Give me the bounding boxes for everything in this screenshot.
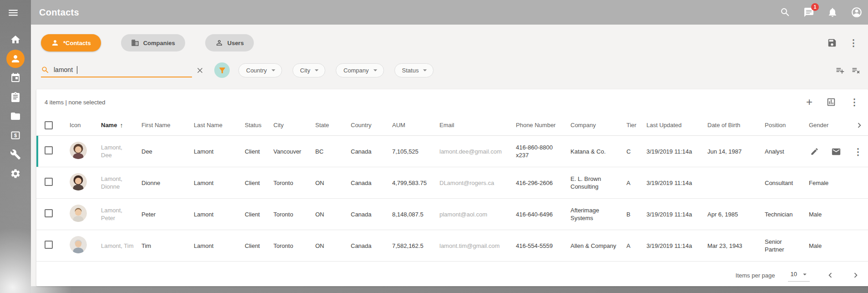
column-header-email[interactable]: Email bbox=[439, 122, 516, 129]
tab-companies[interactable]: Companies bbox=[121, 34, 185, 51]
table-row[interactable]: Lamont, Peter Peter Lamont Client Toront… bbox=[36, 199, 868, 230]
filter-funnel-icon[interactable] bbox=[214, 62, 230, 78]
chevron-down-icon bbox=[371, 66, 380, 75]
cell-last-name: Lamont bbox=[194, 211, 245, 218]
column-header-city[interactable]: City bbox=[273, 122, 315, 129]
chip-status-label: Status bbox=[402, 67, 419, 74]
tab-contacts[interactable]: *Contacts bbox=[41, 34, 101, 51]
filter-chip-status[interactable]: Status bbox=[394, 63, 434, 77]
chat-icon[interactable]: 1 bbox=[803, 6, 815, 18]
column-header-last-updated[interactable]: Last Updated bbox=[646, 122, 707, 129]
tab-users[interactable]: Users bbox=[205, 34, 254, 51]
column-header-country[interactable]: Country bbox=[351, 122, 392, 129]
cell-position: Consultant bbox=[765, 179, 809, 187]
table-row[interactable]: Lamont, Dee Dee Lamont Client Vancouver … bbox=[36, 136, 868, 167]
filter-chip-company[interactable]: Company bbox=[336, 63, 384, 77]
column-header-last-name[interactable]: Last Name bbox=[194, 122, 245, 129]
column-header-tier[interactable]: Tier bbox=[626, 122, 646, 129]
cell-tier: A bbox=[626, 179, 646, 187]
save-icon[interactable] bbox=[827, 38, 837, 48]
column-header-aum[interactable]: AUM bbox=[392, 122, 439, 129]
cell-position: Technician bbox=[765, 211, 809, 218]
sidebar-item-tasks[interactable] bbox=[0, 87, 31, 107]
scroll-columns-right-icon[interactable] bbox=[854, 120, 864, 130]
column-header-status[interactable]: Status bbox=[245, 122, 273, 129]
search-icon bbox=[41, 66, 50, 74]
search-icon[interactable] bbox=[780, 6, 792, 18]
column-header-first-name[interactable]: First Name bbox=[141, 122, 194, 129]
column-header-dob[interactable]: Date of Birth bbox=[707, 122, 765, 129]
toolbar-row: *Contacts Companies Users ⋮ bbox=[41, 34, 862, 51]
svg-text:$: $ bbox=[14, 133, 17, 138]
row-checkbox[interactable] bbox=[45, 209, 53, 217]
column-header-phone[interactable]: Phone Number bbox=[516, 122, 570, 129]
sidebar-item-billing[interactable]: $ bbox=[0, 126, 31, 145]
sidebar-item-home[interactable] bbox=[0, 30, 31, 49]
person-icon bbox=[51, 39, 59, 47]
card-actions: + ⋮ bbox=[806, 97, 859, 108]
cell-country: Canada bbox=[351, 179, 392, 187]
sidebar-item-documents[interactable] bbox=[0, 107, 31, 126]
table-row[interactable]: Lamont, Dionne Dionne Lamont Client Toro… bbox=[36, 167, 868, 199]
column-header-name[interactable]: Name ↑ bbox=[101, 122, 141, 129]
cell-email: lamont.tim@gmail.com bbox=[439, 242, 516, 250]
chart-icon[interactable] bbox=[826, 97, 836, 107]
column-header-state[interactable]: State bbox=[315, 122, 351, 129]
cell-aum: 7,105,525 bbox=[392, 148, 439, 155]
cell-city: Toronto bbox=[273, 242, 315, 250]
row-checkbox[interactable] bbox=[45, 241, 53, 249]
column-header-gender[interactable]: Gender bbox=[809, 122, 847, 129]
column-header-position[interactable]: Position bbox=[765, 122, 809, 129]
clear-search-icon[interactable] bbox=[196, 66, 204, 75]
next-page-icon[interactable] bbox=[851, 270, 861, 280]
toolbar-kebab-icon[interactable]: ⋮ bbox=[849, 38, 858, 47]
cell-position: Senior Partner bbox=[765, 238, 809, 253]
prev-page-icon[interactable] bbox=[825, 270, 835, 280]
add-icon[interactable]: + bbox=[806, 97, 812, 108]
sidebar-item-calendar[interactable] bbox=[0, 68, 31, 87]
cell-icon bbox=[70, 142, 101, 161]
column-header-company[interactable]: Company bbox=[570, 122, 626, 129]
page-size-select[interactable]: 10 bbox=[788, 269, 810, 282]
menu-icon[interactable] bbox=[7, 7, 24, 19]
card-kebab-icon[interactable]: ⋮ bbox=[850, 98, 859, 107]
filter-chip-country[interactable]: Country bbox=[238, 63, 282, 77]
notifications-icon[interactable] bbox=[827, 6, 839, 18]
cell-state: ON bbox=[315, 211, 351, 218]
entity-tabs: *Contacts Companies Users bbox=[41, 34, 254, 51]
person-outline-icon bbox=[215, 39, 223, 47]
chevron-down-icon bbox=[269, 66, 278, 75]
cell-dob: Apr 6, 1985 bbox=[707, 211, 765, 218]
chevron-down-icon bbox=[801, 270, 809, 278]
sidebar-item-tools[interactable] bbox=[0, 145, 31, 164]
filter-actions bbox=[835, 66, 862, 75]
row-checkbox[interactable] bbox=[45, 178, 53, 186]
sort-asc-icon: ↑ bbox=[120, 122, 123, 129]
row-checkbox[interactable] bbox=[45, 146, 53, 154]
cell-status: Client bbox=[245, 148, 273, 155]
cell-status: Client bbox=[245, 179, 273, 187]
page-size-value: 10 bbox=[791, 271, 797, 278]
checkbox-cell bbox=[45, 146, 70, 156]
page-title: Contacts bbox=[39, 7, 79, 18]
sidebar-item-contacts[interactable] bbox=[0, 49, 31, 68]
chip-city-label: City bbox=[300, 67, 310, 74]
row-kebab-icon[interactable]: ⋮ bbox=[853, 147, 863, 156]
cell-last-name: Lamont bbox=[194, 179, 245, 187]
select-all-checkbox[interactable] bbox=[45, 121, 53, 129]
select-all-cell bbox=[45, 121, 70, 129]
cell-position: Analyst bbox=[765, 148, 809, 155]
cell-phone: 416-860-8800 x237 bbox=[516, 144, 570, 159]
playlist-remove-icon[interactable] bbox=[851, 66, 861, 75]
card-header: 4 items | none selected + ⋮ bbox=[36, 89, 868, 115]
cell-icon bbox=[70, 205, 101, 224]
filter-chip-city[interactable]: City bbox=[293, 63, 325, 77]
column-header-icon[interactable]: Icon bbox=[70, 122, 101, 129]
edit-icon[interactable] bbox=[810, 147, 819, 156]
playlist-add-icon[interactable] bbox=[835, 66, 845, 75]
mail-icon[interactable] bbox=[831, 147, 841, 157]
account-icon[interactable] bbox=[851, 6, 863, 18]
table-row[interactable]: Lamont, Tim Tim Lamont Client Toronto ON… bbox=[36, 230, 868, 262]
search-input[interactable]: lamont bbox=[41, 63, 192, 77]
sidebar-item-settings[interactable] bbox=[0, 164, 31, 183]
